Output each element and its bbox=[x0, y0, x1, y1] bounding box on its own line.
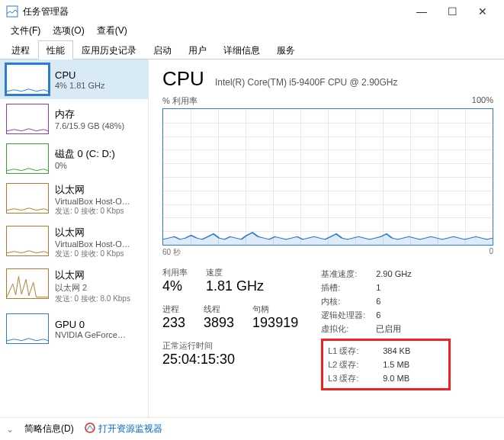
sidebar-item-value: 以太网 2 bbox=[55, 282, 130, 294]
sidebar-item-name: GPU 0 bbox=[55, 319, 126, 330]
cpu-model: Intel(R) Core(TM) i5-9400F CPU @ 2.90GHz bbox=[215, 77, 398, 88]
tab-processes[interactable]: 进程 bbox=[3, 40, 38, 59]
thumb-icon bbox=[6, 226, 49, 256]
thumb-icon bbox=[6, 183, 49, 214]
sidebar-item-sub: 发送: 0 接收: 0 Kbps bbox=[55, 206, 130, 217]
thread-lbl: 线程 bbox=[204, 304, 234, 315]
sidebar-item-name: 以太网 bbox=[55, 226, 130, 239]
thumb-icon bbox=[6, 64, 49, 95]
sidebar-item-sub: 发送: 0 接收: 0 Kbps bbox=[55, 249, 130, 259]
menu-file[interactable]: 文件(F) bbox=[5, 23, 47, 40]
sidebar-item-cpu[interactable]: CPU4% 1.81 GHz bbox=[0, 59, 148, 99]
maximize-button[interactable]: ☐ bbox=[437, 0, 467, 23]
sidebar-item--[interactable]: 以太网VirtualBox Host-O…发送: 0 接收: 0 Kbps bbox=[0, 178, 148, 221]
cache-highlight: L1 缓存:384 KB L2 缓存:1.5 MB L3 缓存:9.0 MB bbox=[321, 339, 451, 390]
handle-lbl: 句柄 bbox=[252, 304, 298, 315]
sidebar-item-sub: 发送: 0 接收: 8.0 Kbps bbox=[55, 294, 130, 304]
tab-details[interactable]: 详细信息 bbox=[215, 40, 268, 59]
titlebar: 任务管理器 — ☐ ✕ bbox=[0, 0, 504, 23]
sidebar-item-value: VirtualBox Host-O… bbox=[55, 239, 130, 249]
tab-services[interactable]: 服务 bbox=[268, 40, 303, 59]
util-max: 100% bbox=[472, 95, 493, 107]
chevron-down-icon[interactable]: ⌄ bbox=[6, 424, 14, 435]
handle-val: 193919 bbox=[252, 315, 298, 331]
util-lbl: 利用率 bbox=[162, 267, 188, 278]
sidebar-item--[interactable]: 内存7.6/15.9 GB (48%) bbox=[0, 99, 148, 139]
proc-val: 233 bbox=[162, 315, 185, 331]
sidebar-item--[interactable]: 以太网VirtualBox Host-O…发送: 0 接收: 0 Kbps bbox=[0, 221, 148, 264]
cpu-chart[interactable] bbox=[162, 108, 493, 246]
sidebar-item-value: 7.6/15.9 GB (48%) bbox=[55, 121, 124, 130]
cpu-info-table: 基准速度:2.90 GHz 插槽:1 内核:6 逻辑处理器:6 虚拟化:已启用 … bbox=[321, 267, 451, 390]
sidebar-item-gpu-0[interactable]: GPU 0NVIDIA GeForce… bbox=[0, 309, 148, 348]
window-title: 任务管理器 bbox=[23, 5, 406, 18]
sidebar-item-name: 以太网 bbox=[55, 268, 130, 282]
main-panel: CPU Intel(R) Core(TM) i5-9400F CPU @ 2.9… bbox=[149, 59, 504, 417]
brief-info-link[interactable]: 简略信息(D) bbox=[24, 422, 74, 435]
menubar: 文件(F) 选项(O) 查看(V) bbox=[0, 23, 504, 40]
thumb-icon bbox=[6, 143, 49, 174]
resource-monitor-link[interactable]: 打开资源监视器 bbox=[85, 422, 162, 435]
tabbar: 进程 性能 应用历史记录 启动 用户 详细信息 服务 bbox=[0, 40, 504, 59]
sidebar-item-name: 磁盘 0 (C: D:) bbox=[55, 147, 115, 161]
sidebar-item-value: 4% 1.81 GHz bbox=[55, 81, 104, 90]
sidebar-item--0-c-d-[interactable]: 磁盘 0 (C: D:)0% bbox=[0, 139, 148, 178]
sidebar-item-name: 内存 bbox=[55, 108, 124, 121]
tab-performance[interactable]: 性能 bbox=[38, 40, 73, 59]
svg-rect-0 bbox=[7, 6, 18, 17]
thread-val: 3893 bbox=[204, 315, 234, 331]
util-val: 4% bbox=[162, 278, 188, 294]
sidebar-item-name: 以太网 bbox=[55, 183, 130, 197]
util-label: % 利用率 bbox=[162, 95, 197, 107]
sidebar-item-value: VirtualBox Host-O… bbox=[55, 197, 130, 206]
axis-left: 60 秒 bbox=[162, 247, 181, 258]
axis-right: 0 bbox=[489, 247, 493, 258]
sidebar-item-value: NVIDIA GeForce… bbox=[55, 330, 126, 339]
footer: ⌄ 简略信息(D) 打开资源监视器 bbox=[0, 417, 504, 440]
uptime-lbl: 正常运行时间 bbox=[162, 340, 298, 352]
page-title: CPU bbox=[162, 67, 204, 91]
svg-point-1 bbox=[85, 423, 95, 432]
proc-lbl: 进程 bbox=[162, 304, 185, 315]
monitor-icon bbox=[85, 422, 95, 435]
thumb-icon bbox=[6, 268, 49, 299]
sidebar-item-value: 0% bbox=[55, 161, 115, 170]
tab-app-history[interactable]: 应用历史记录 bbox=[73, 40, 145, 59]
speed-lbl: 速度 bbox=[206, 267, 264, 278]
menu-view[interactable]: 查看(V) bbox=[91, 23, 133, 40]
close-button[interactable]: ✕ bbox=[467, 0, 498, 23]
uptime-val: 25:04:15:30 bbox=[162, 352, 298, 368]
app-icon bbox=[6, 5, 18, 18]
tab-startup[interactable]: 启动 bbox=[145, 40, 180, 59]
thumb-icon bbox=[6, 313, 49, 344]
sidebar-item--[interactable]: 以太网以太网 2发送: 0 接收: 8.0 Kbps bbox=[0, 264, 148, 309]
speed-val: 1.81 GHz bbox=[206, 278, 264, 294]
sidebar-item-name: CPU bbox=[55, 69, 104, 81]
tab-users[interactable]: 用户 bbox=[180, 40, 215, 59]
sidebar: CPU4% 1.81 GHz内存7.6/15.9 GB (48%)磁盘 0 (C… bbox=[0, 59, 149, 417]
minimize-button[interactable]: — bbox=[406, 0, 437, 23]
thumb-icon bbox=[6, 104, 49, 134]
menu-options[interactable]: 选项(O) bbox=[47, 23, 90, 40]
